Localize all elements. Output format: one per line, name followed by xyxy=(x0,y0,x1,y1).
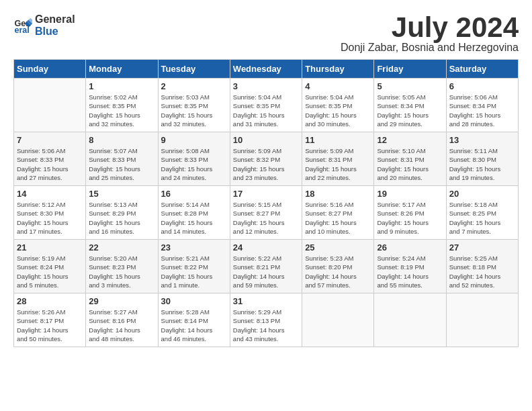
day-number: 19 xyxy=(377,189,443,199)
calendar-cell: 25Sunrise: 5:23 AM Sunset: 8:20 PM Dayli… xyxy=(302,240,374,293)
day-info: Sunrise: 5:17 AM Sunset: 8:26 PM Dayligh… xyxy=(377,200,443,236)
day-info: Sunrise: 5:27 AM Sunset: 8:16 PM Dayligh… xyxy=(89,308,154,343)
day-info: Sunrise: 5:19 AM Sunset: 8:24 PM Dayligh… xyxy=(17,254,83,289)
day-info: Sunrise: 5:24 AM Sunset: 8:19 PM Dayligh… xyxy=(377,254,443,289)
calendar-cell: 16Sunrise: 5:14 AM Sunset: 8:28 PM Dayli… xyxy=(158,186,230,240)
day-info: Sunrise: 5:05 AM Sunset: 8:34 PM Dayligh… xyxy=(377,93,443,128)
day-info: Sunrise: 5:22 AM Sunset: 8:21 PM Dayligh… xyxy=(233,254,299,289)
day-info: Sunrise: 5:04 AM Sunset: 8:35 PM Dayligh… xyxy=(233,93,299,128)
calendar-row: 7Sunrise: 5:06 AM Sunset: 8:33 PM Daylig… xyxy=(14,132,519,186)
calendar-cell: 5Sunrise: 5:05 AM Sunset: 8:34 PM Daylig… xyxy=(374,79,446,132)
calendar-cell: 15Sunrise: 5:13 AM Sunset: 8:29 PM Dayli… xyxy=(86,186,158,240)
calendar-cell: 20Sunrise: 5:18 AM Sunset: 8:25 PM Dayli… xyxy=(446,186,518,240)
day-number: 1 xyxy=(89,81,154,91)
col-monday: Monday xyxy=(86,60,158,79)
day-number: 11 xyxy=(305,135,371,145)
day-number: 30 xyxy=(161,296,227,306)
calendar-table: Sunday Monday Tuesday Wednesday Thursday… xyxy=(13,59,519,347)
calendar-row: 14Sunrise: 5:12 AM Sunset: 8:30 PM Dayli… xyxy=(14,186,519,240)
calendar-subtitle: Donji Zabar, Bosnia and Herzegovina xyxy=(341,42,519,54)
day-number: 31 xyxy=(233,296,299,306)
calendar-title: July 2024 xyxy=(341,13,519,42)
calendar-cell: 8Sunrise: 5:07 AM Sunset: 8:33 PM Daylig… xyxy=(86,132,158,186)
calendar-cell: 21Sunrise: 5:19 AM Sunset: 8:24 PM Dayli… xyxy=(14,240,86,293)
day-info: Sunrise: 5:13 AM Sunset: 8:29 PM Dayligh… xyxy=(89,200,154,236)
day-info: Sunrise: 5:25 AM Sunset: 8:18 PM Dayligh… xyxy=(449,254,515,289)
day-info: Sunrise: 5:28 AM Sunset: 8:14 PM Dayligh… xyxy=(161,308,227,343)
day-info: Sunrise: 5:06 AM Sunset: 8:34 PM Dayligh… xyxy=(449,93,515,128)
day-info: Sunrise: 5:21 AM Sunset: 8:22 PM Dayligh… xyxy=(161,254,227,289)
day-number: 28 xyxy=(17,296,83,306)
day-number: 7 xyxy=(17,135,83,145)
day-number: 13 xyxy=(449,135,515,145)
day-number: 12 xyxy=(377,135,443,145)
calendar-cell: 18Sunrise: 5:16 AM Sunset: 8:27 PM Dayli… xyxy=(302,186,374,240)
calendar-cell: 11Sunrise: 5:09 AM Sunset: 8:31 PM Dayli… xyxy=(302,132,374,186)
day-number: 4 xyxy=(305,81,371,91)
day-info: Sunrise: 5:26 AM Sunset: 8:17 PM Dayligh… xyxy=(17,308,83,343)
calendar-cell: 10Sunrise: 5:09 AM Sunset: 8:32 PM Dayli… xyxy=(230,132,302,186)
calendar-cell: 23Sunrise: 5:21 AM Sunset: 8:22 PM Dayli… xyxy=(158,240,230,293)
day-number: 9 xyxy=(161,135,227,145)
calendar-cell: 1Sunrise: 5:02 AM Sunset: 8:35 PM Daylig… xyxy=(86,79,158,132)
col-saturday: Saturday xyxy=(446,60,518,79)
day-number: 8 xyxy=(89,135,154,145)
day-info: Sunrise: 5:06 AM Sunset: 8:33 PM Dayligh… xyxy=(17,146,83,182)
calendar-cell: 17Sunrise: 5:15 AM Sunset: 8:27 PM Dayli… xyxy=(230,186,302,240)
day-info: Sunrise: 5:16 AM Sunset: 8:27 PM Dayligh… xyxy=(305,200,371,236)
day-number: 15 xyxy=(89,189,154,199)
title-section: July 2024 Donji Zabar, Bosnia and Herzeg… xyxy=(341,13,519,54)
calendar-cell: 4Sunrise: 5:04 AM Sunset: 8:35 PM Daylig… xyxy=(302,79,374,132)
svg-text:eral: eral xyxy=(14,26,29,35)
calendar-cell xyxy=(446,293,518,347)
calendar-cell: 27Sunrise: 5:25 AM Sunset: 8:18 PM Dayli… xyxy=(446,240,518,293)
day-number: 20 xyxy=(449,189,515,199)
calendar-cell xyxy=(14,79,86,132)
day-number: 22 xyxy=(89,242,154,253)
calendar-cell: 19Sunrise: 5:17 AM Sunset: 8:26 PM Dayli… xyxy=(374,186,446,240)
day-number: 18 xyxy=(305,189,371,199)
calendar-cell xyxy=(302,293,374,347)
calendar-cell: 2Sunrise: 5:03 AM Sunset: 8:35 PM Daylig… xyxy=(158,79,230,132)
calendar-cell: 9Sunrise: 5:08 AM Sunset: 8:33 PM Daylig… xyxy=(158,132,230,186)
col-friday: Friday xyxy=(374,60,446,79)
calendar-cell: 3Sunrise: 5:04 AM Sunset: 8:35 PM Daylig… xyxy=(230,79,302,132)
day-info: Sunrise: 5:20 AM Sunset: 8:23 PM Dayligh… xyxy=(89,254,154,289)
col-sunday: Sunday xyxy=(14,60,86,79)
day-info: Sunrise: 5:18 AM Sunset: 8:25 PM Dayligh… xyxy=(449,200,515,236)
calendar-cell: 29Sunrise: 5:27 AM Sunset: 8:16 PM Dayli… xyxy=(86,293,158,347)
day-number: 25 xyxy=(305,242,371,253)
day-info: Sunrise: 5:14 AM Sunset: 8:28 PM Dayligh… xyxy=(161,200,227,236)
calendar-row: 28Sunrise: 5:26 AM Sunset: 8:17 PM Dayli… xyxy=(14,293,519,347)
calendar-cell: 28Sunrise: 5:26 AM Sunset: 8:17 PM Dayli… xyxy=(14,293,86,347)
day-info: Sunrise: 5:11 AM Sunset: 8:30 PM Dayligh… xyxy=(449,146,515,182)
day-number: 5 xyxy=(377,81,443,91)
day-info: Sunrise: 5:09 AM Sunset: 8:32 PM Dayligh… xyxy=(233,146,299,182)
col-tuesday: Tuesday xyxy=(158,60,230,79)
day-info: Sunrise: 5:12 AM Sunset: 8:30 PM Dayligh… xyxy=(17,200,83,236)
day-info: Sunrise: 5:02 AM Sunset: 8:35 PM Dayligh… xyxy=(89,93,154,128)
day-number: 29 xyxy=(89,296,154,306)
calendar-cell: 22Sunrise: 5:20 AM Sunset: 8:23 PM Dayli… xyxy=(86,240,158,293)
day-number: 14 xyxy=(17,189,83,199)
day-info: Sunrise: 5:10 AM Sunset: 8:31 PM Dayligh… xyxy=(377,146,443,182)
day-number: 3 xyxy=(233,81,299,91)
col-wednesday: Wednesday xyxy=(230,60,302,79)
day-number: 24 xyxy=(233,242,299,253)
day-info: Sunrise: 5:09 AM Sunset: 8:31 PM Dayligh… xyxy=(305,146,371,182)
day-number: 10 xyxy=(233,135,299,145)
logo-icon: Gen eral xyxy=(13,16,32,35)
calendar-cell: 30Sunrise: 5:28 AM Sunset: 8:14 PM Dayli… xyxy=(158,293,230,347)
day-info: Sunrise: 5:07 AM Sunset: 8:33 PM Dayligh… xyxy=(89,146,154,182)
day-info: Sunrise: 5:03 AM Sunset: 8:35 PM Dayligh… xyxy=(161,93,227,128)
header-row: Sunday Monday Tuesday Wednesday Thursday… xyxy=(14,60,519,79)
calendar-cell: 31Sunrise: 5:29 AM Sunset: 8:13 PM Dayli… xyxy=(230,293,302,347)
day-number: 2 xyxy=(161,81,227,91)
logo: Gen eral General Blue xyxy=(13,13,75,37)
day-info: Sunrise: 5:29 AM Sunset: 8:13 PM Dayligh… xyxy=(233,308,299,343)
day-number: 6 xyxy=(449,81,515,91)
calendar-row: 21Sunrise: 5:19 AM Sunset: 8:24 PM Dayli… xyxy=(14,240,519,293)
day-number: 21 xyxy=(17,242,83,253)
day-number: 27 xyxy=(449,242,515,253)
calendar-cell: 14Sunrise: 5:12 AM Sunset: 8:30 PM Dayli… xyxy=(14,186,86,240)
